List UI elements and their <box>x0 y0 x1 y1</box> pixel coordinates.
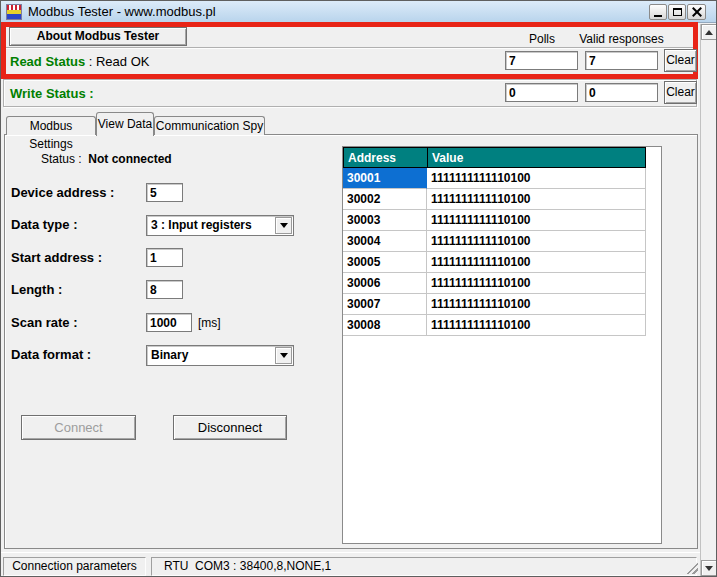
table-row[interactable]: 30008 1111111111110100 <box>343 315 661 336</box>
table-row[interactable]: 30001 1111111111110100 <box>343 168 661 189</box>
row-address[interactable]: 30002 <box>343 189 427 210</box>
write-valid-responses-field[interactable] <box>585 83 658 102</box>
device-address-label: Device address : <box>11 185 114 200</box>
row-address[interactable]: 30006 <box>343 273 427 294</box>
maximize-icon <box>673 8 682 16</box>
connect-button: Connect <box>21 415 136 440</box>
read-status-value: : Read OK <box>85 54 149 69</box>
data-type-dropdown[interactable]: 3 : Input registers <box>146 215 294 236</box>
row-address[interactable]: 30007 <box>343 294 427 315</box>
about-button[interactable]: About Modbus Tester <box>9 27 187 46</box>
arrow-up-icon <box>705 30 713 35</box>
valid-responses-column-label: Valid responses <box>574 32 669 46</box>
write-polls-field[interactable] <box>505 83 578 102</box>
row-address[interactable]: 30004 <box>343 231 427 252</box>
disconnect-button[interactable]: Disconnect <box>173 415 287 440</box>
vertical-scrollbar[interactable] <box>700 24 716 576</box>
row-value[interactable]: 1111111111110100 <box>427 168 646 189</box>
row-value[interactable]: 1111111111110100 <box>427 273 646 294</box>
row-address[interactable]: 30005 <box>343 252 427 273</box>
grid-header-address[interactable]: Address <box>343 147 428 168</box>
read-polls-field[interactable] <box>505 51 578 70</box>
start-address-label: Start address : <box>11 250 102 265</box>
scan-rate-input[interactable] <box>146 313 192 332</box>
statusbar-connection-parameters: Connection parameters <box>3 557 146 576</box>
length-label: Length : <box>11 282 62 297</box>
close-icon <box>692 7 702 17</box>
write-status-label: Write Status : <box>10 86 94 101</box>
scan-rate-unit: [ms] <box>198 316 221 330</box>
start-address-input[interactable] <box>146 248 183 267</box>
minimize-icon <box>654 15 662 17</box>
grid-header-row: Address Value <box>343 147 661 168</box>
row-value[interactable]: 1111111111110100 <box>427 252 646 273</box>
close-button[interactable] <box>687 4 706 20</box>
data-format-dropdown[interactable]: Binary <box>146 345 294 366</box>
row-address[interactable]: 30003 <box>343 210 427 231</box>
scroll-down-button[interactable] <box>701 560 717 576</box>
write-clear-button[interactable]: Clear <box>664 81 697 104</box>
grid-header-value[interactable]: Value <box>427 147 646 168</box>
status-value: Not connected <box>88 152 171 166</box>
chevron-down-icon <box>280 223 288 228</box>
statusbar-connection-values: RTU COM3 : 38400,8,NONE,1 <box>151 557 697 576</box>
scroll-up-button[interactable] <box>701 24 717 40</box>
app-icon <box>6 4 22 20</box>
maximize-button[interactable] <box>668 4 686 20</box>
titlebar[interactable]: Modbus Tester - www.modbus.pl <box>1 1 716 23</box>
status-bar: Connection parameters RTU COM3 : 38400,8… <box>1 552 717 577</box>
register-data-grid: Address Value 30001 1111111111110100 300… <box>342 146 662 544</box>
data-type-dropdown-button[interactable] <box>275 217 292 234</box>
status-label: Status : <box>41 152 88 166</box>
window-title: Modbus Tester - www.modbus.pl <box>28 1 216 22</box>
data-format-value: Binary <box>151 348 188 362</box>
write-status-line: Write Status : <box>10 86 94 101</box>
device-address-input[interactable] <box>146 183 183 202</box>
scan-rate-label: Scan rate : <box>11 315 77 330</box>
row-address[interactable]: 30001 <box>343 168 427 189</box>
data-format-label: Data format : <box>11 347 91 362</box>
table-row[interactable]: 30006 1111111111110100 <box>343 273 661 294</box>
row-value[interactable]: 1111111111110100 <box>427 210 646 231</box>
arrow-down-icon <box>705 566 713 571</box>
data-type-label: Data type : <box>11 217 77 232</box>
table-row[interactable]: 30005 1111111111110100 <box>343 252 661 273</box>
length-input[interactable] <box>146 280 183 299</box>
row-value[interactable]: 1111111111110100 <box>427 189 646 210</box>
tab-communication-spy[interactable]: Communication Spy <box>154 116 265 135</box>
minimize-button[interactable] <box>649 4 667 20</box>
row-value[interactable]: 1111111111110100 <box>427 231 646 252</box>
read-status-line: Read Status : Read OK <box>10 54 149 69</box>
read-status-label: Read Status <box>10 54 85 69</box>
connection-status-line: Status : Not connected <box>41 152 172 166</box>
table-row[interactable]: 30004 1111111111110100 <box>343 231 661 252</box>
row-address[interactable]: 30008 <box>343 315 427 336</box>
data-type-value: 3 : Input registers <box>151 218 252 232</box>
row-value[interactable]: 1111111111110100 <box>427 315 646 336</box>
tab-modbus-settings[interactable]: Modbus Settings <box>6 116 96 135</box>
row-value[interactable]: 1111111111110100 <box>427 294 646 315</box>
table-row[interactable]: 30003 1111111111110100 <box>343 210 661 231</box>
table-row[interactable]: 30002 1111111111110100 <box>343 189 661 210</box>
read-clear-button[interactable]: Clear <box>664 49 697 72</box>
read-valid-responses-field[interactable] <box>585 51 658 70</box>
table-row[interactable]: 30007 1111111111110100 <box>343 294 661 315</box>
tab-view-data[interactable]: View Data <box>96 112 154 136</box>
chevron-down-icon <box>280 353 288 358</box>
data-format-dropdown-button[interactable] <box>275 347 292 364</box>
polls-column-label: Polls <box>505 32 579 46</box>
app-window: Modbus Tester - www.modbus.pl About Modb… <box>0 0 717 577</box>
